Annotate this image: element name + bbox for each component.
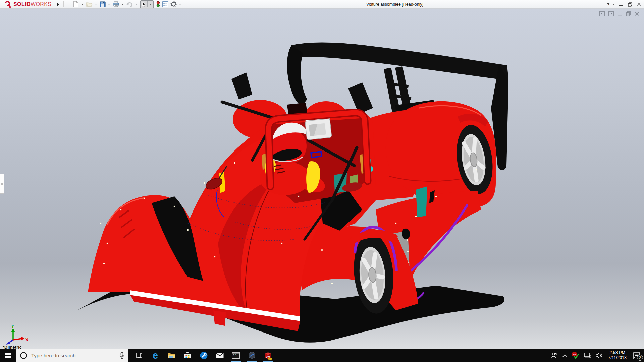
wrench-circle-icon (200, 352, 208, 359)
main-toolbar (72, 0, 182, 8)
cortana-icon[interactable] (20, 352, 27, 359)
taskbar-clock[interactable]: 2:58 PM 7/11/2018 (605, 350, 629, 360)
cmd-prompt-text: C:\_ (233, 354, 238, 357)
file-explorer-icon (167, 352, 175, 359)
help-caret[interactable] (613, 4, 615, 5)
hidden-icons-button[interactable] (560, 349, 570, 362)
brand-light: WORKS (31, 1, 51, 7)
command-prompt-icon: C:\_ (232, 352, 240, 359)
people-button[interactable] (549, 349, 560, 362)
undo-arrow-icon (126, 2, 133, 7)
speaker-icon (596, 353, 603, 358)
feature-manager-collapsed-tab[interactable] (0, 174, 4, 194)
race-car-model[interactable] (0, 9, 644, 349)
start-button[interactable] (0, 349, 16, 362)
microphone-icon[interactable] (119, 352, 124, 359)
solidworks-wordmark: SOLIDWORKS (13, 1, 51, 7)
select-split-divider (147, 1, 148, 7)
hexagon-app-button[interactable] (244, 349, 260, 362)
solidworks-monitor-tray[interactable]: SW (570, 349, 582, 362)
solidworks-logo: SOLIDWORKS (0, 0, 51, 8)
triad-x-label: X (25, 338, 28, 342)
solidworks-logo-icon (3, 0, 12, 8)
solidworks-check-icon: SW (572, 352, 579, 359)
print-icon (113, 1, 119, 7)
titlebar: SOLIDWORKS (0, 0, 644, 9)
doc-minimize-button[interactable] (618, 11, 622, 16)
file-properties-icon (162, 1, 168, 7)
task-view-button[interactable] (131, 349, 147, 362)
select-tool-button[interactable] (140, 0, 154, 8)
open-document-button[interactable] (85, 0, 93, 8)
restore-button[interactable] (627, 1, 633, 7)
toolbar-separator (63, 1, 64, 7)
windows-taskbar: Type here to search e (0, 349, 644, 362)
solidworks-app-icon: SW 2017 (264, 351, 272, 360)
rebuild-button[interactable] (155, 0, 161, 8)
help-button[interactable]: ? (607, 2, 610, 7)
orientation-triad: Y X (4, 324, 30, 345)
save-button[interactable] (99, 0, 106, 8)
brand-bold: SOLID (13, 1, 31, 7)
chevron-up-icon (562, 354, 567, 357)
edge-button[interactable]: e (147, 349, 163, 362)
window-title: Voiture assomblee [Read-only] (366, 2, 423, 7)
mail-button[interactable] (212, 349, 228, 362)
store-icon (184, 352, 191, 359)
side-intake-teal (416, 186, 427, 217)
mail-icon (216, 353, 224, 358)
pane-collapse-left-button[interactable] (599, 11, 605, 16)
edge-icon: e (153, 351, 158, 360)
select-cursor-icon (141, 1, 147, 7)
restore-icon (628, 2, 632, 7)
volume-tray[interactable] (593, 349, 605, 362)
select-tool-caret[interactable] (149, 4, 151, 5)
doc-restore-button[interactable] (626, 11, 631, 16)
taskbar-apps: e (131, 349, 276, 362)
doc-close-button[interactable] (635, 11, 639, 16)
save-caret[interactable] (108, 4, 110, 5)
new-document-caret[interactable] (81, 4, 83, 5)
print-button[interactable] (112, 0, 120, 8)
undo-caret[interactable] (135, 4, 137, 5)
open-document-caret[interactable] (95, 4, 97, 5)
solidworks-app-button[interactable]: SW 2017 (260, 349, 276, 362)
options-button[interactable] (170, 0, 177, 8)
system-tray: SW 2:58 PM 7/11/2018 (549, 349, 644, 362)
save-floppy-icon (100, 1, 106, 7)
sw-year: 2017 (268, 358, 272, 360)
triad-y-label: Y (11, 324, 14, 329)
windows-logo-icon (5, 353, 11, 358)
command-prompt-button[interactable]: C:\_ (228, 349, 244, 362)
minimize-icon (619, 2, 623, 6)
file-explorer-button[interactable] (163, 349, 179, 362)
task-view-icon (136, 352, 143, 359)
close-button[interactable] (636, 1, 642, 7)
undo-button[interactable] (125, 0, 133, 8)
document-window-controls (599, 11, 639, 16)
tools-button[interactable] (196, 349, 212, 362)
hexagon-app-icon (248, 351, 256, 359)
gear-icon (170, 1, 177, 7)
new-document-button[interactable] (72, 0, 79, 8)
graphics-viewport[interactable]: Y X *Dimetric (0, 9, 644, 349)
print-caret[interactable] (121, 4, 123, 5)
search-placeholder: Type here to search (31, 353, 119, 358)
menu-flyout-arrow[interactable] (57, 2, 59, 6)
taskbar-search-input[interactable]: Type here to search (16, 349, 128, 362)
store-button[interactable] (179, 349, 196, 362)
clock-time: 2:58 PM (608, 350, 627, 355)
minimize-button[interactable] (618, 1, 624, 7)
desktop-screen: SOLIDWORKS (0, 0, 644, 362)
network-tray[interactable] (582, 349, 593, 362)
file-properties-button[interactable] (162, 0, 169, 8)
close-icon (637, 2, 641, 6)
pane-collapse-right-button[interactable] (608, 11, 614, 16)
splitter-post (213, 310, 226, 326)
side-slot-black-1 (402, 229, 410, 240)
options-caret[interactable] (179, 4, 181, 5)
notification-badge: 2 (637, 355, 643, 361)
clock-date: 7/11/2018 (608, 355, 627, 360)
open-folder-icon (86, 1, 93, 7)
action-center-button[interactable]: 2 (629, 349, 644, 362)
